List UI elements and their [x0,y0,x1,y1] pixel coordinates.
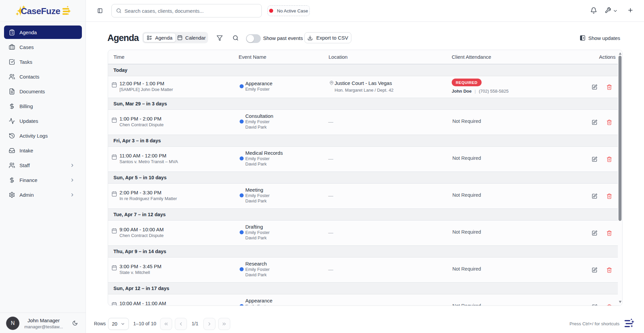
svg-text:CaseFuze: CaseFuze [21,6,60,16]
